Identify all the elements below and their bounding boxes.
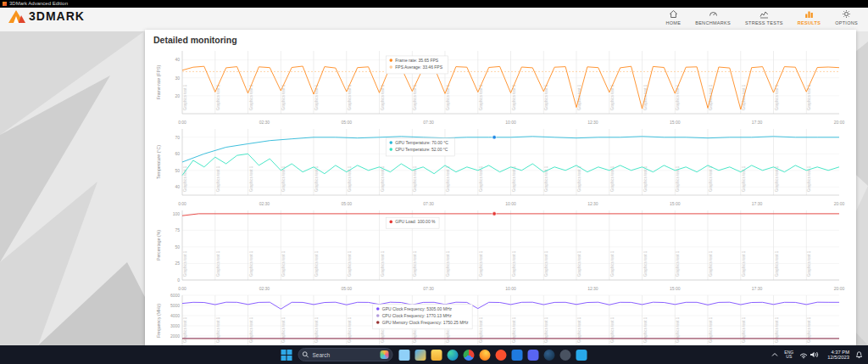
frame-rate-chart[interactable]: 2030400:0002:3005:0007:3010:0012:3015:00…	[153, 48, 848, 126]
language-switcher[interactable]: ENG US	[784, 350, 793, 360]
svg-text:20: 20	[175, 93, 180, 98]
nav-home[interactable]: HOME	[665, 9, 681, 25]
svg-text:0:00: 0:00	[178, 286, 186, 291]
svg-text:07:30: 07:30	[423, 201, 434, 206]
nav-benchmarks[interactable]: BENCHMARKS	[695, 9, 731, 25]
nav-benchmarks-label: BENCHMARKS	[695, 20, 731, 25]
nav-stress-tests[interactable]: STRESS TESTS	[745, 9, 783, 25]
firefox-icon[interactable]	[480, 350, 491, 361]
svg-text:Frequency (MHz): Frequency (MHz)	[156, 304, 161, 338]
svg-text:4000: 4000	[170, 313, 180, 318]
svg-text:25: 25	[175, 260, 180, 266]
svg-text:Graphics test 1: Graphics test 1	[512, 250, 516, 277]
svg-text:Graphics test 1: Graphics test 1	[249, 84, 253, 110]
system-tray: ENG US 4:37 PM 12/5/2023	[771, 345, 863, 364]
svg-text:Graphics test 1: Graphics test 1	[446, 250, 450, 277]
search-label: Search	[313, 352, 331, 358]
svg-text:05:00: 05:00	[342, 286, 353, 291]
svg-text:20:00: 20:00	[834, 201, 845, 206]
svg-text:Graphics test 1: Graphics test 1	[381, 165, 385, 192]
page-title: Detailed monitoring	[153, 35, 848, 45]
nav-results[interactable]: RESULTS	[798, 9, 821, 25]
results-icon	[804, 9, 814, 19]
clock[interactable]: 4:37 PM 12/5/2023	[827, 350, 849, 361]
brave-icon[interactable]	[496, 350, 507, 361]
3dmark-emblem-icon	[8, 10, 25, 23]
svg-text:10:00: 10:00	[505, 120, 516, 125]
file-explorer-icon[interactable]	[431, 350, 442, 361]
search-highlight-icon	[381, 350, 389, 359]
tray-date: 12/5/2023	[827, 355, 849, 361]
svg-text:07:30: 07:30	[423, 120, 434, 125]
svg-text:40: 40	[175, 184, 180, 189]
main-nav: HOME BENCHMARKS STRESS TESTS RESULTS	[665, 9, 858, 25]
home-icon	[669, 9, 678, 19]
notifications-bell-icon[interactable]	[855, 350, 863, 359]
svg-text:Graphics test 1: Graphics test 1	[676, 84, 680, 110]
search-icon	[303, 351, 309, 358]
svg-text:40: 40	[175, 57, 180, 62]
3dmark-logo: 3DMARK	[8, 9, 85, 23]
svg-text:17:30: 17:30	[752, 286, 763, 291]
svg-text:3000: 3000	[170, 323, 180, 328]
svg-text:Graphics test 1: Graphics test 1	[479, 250, 483, 277]
steam-icon[interactable]	[544, 350, 555, 361]
svg-text:Graphics test 1: Graphics test 1	[183, 84, 187, 110]
start-button[interactable]	[281, 350, 292, 361]
svg-text:Graphics test 1: Graphics test 1	[413, 250, 417, 277]
svg-text:Graphics test 1: Graphics test 1	[249, 250, 253, 277]
svg-text:Graphics test 1: Graphics test 1	[314, 250, 319, 277]
temperature-chart[interactable]: 405060700:0002:3005:0007:3010:0012:3015:…	[153, 126, 848, 208]
frequency-chart[interactable]: 200030004000500060000:0002:3005:0007:301…	[153, 293, 848, 345]
svg-text:15:00: 15:00	[670, 286, 681, 291]
svg-text:2000: 2000	[170, 333, 180, 339]
svg-text:30: 30	[175, 76, 180, 81]
svg-text:12:30: 12:30	[587, 120, 598, 125]
window-titlebar: 3DMark Advanced Edition	[0, 0, 868, 8]
svg-text:Frame rate (FPS): Frame rate (FPS)	[156, 65, 161, 100]
svg-text:Graphics test 1: Graphics test 1	[775, 165, 779, 192]
search-box[interactable]: Search	[298, 348, 393, 361]
percentage-chart[interactable]: 02550751000:0002:3005:0007:3010:0012:301…	[153, 208, 848, 293]
svg-text:GPU Load: 100.00 %: GPU Load: 100.00 %	[395, 219, 436, 224]
svg-text:07:30: 07:30	[423, 286, 434, 291]
store-icon[interactable]	[512, 350, 523, 361]
logo-text: 3DMARK	[29, 9, 85, 23]
chrome-icon[interactable]	[464, 350, 475, 361]
svg-text:0:00: 0:00	[178, 120, 186, 125]
svg-text:0: 0	[177, 277, 180, 283]
monitoring-panel: Detailed monitoring 2030400:0002:3005:00…	[145, 30, 856, 345]
svg-text:0:00: 0:00	[178, 201, 186, 206]
svg-text:Graphics test 1: Graphics test 1	[807, 250, 811, 277]
chart-svg: 2030400:0002:3005:0007:3010:0012:3015:00…	[153, 48, 848, 126]
nav-options-label: OPTIONS	[835, 20, 858, 25]
pinned-apps	[399, 350, 587, 361]
svg-text:Graphics test 1: Graphics test 1	[183, 250, 187, 277]
svg-text:Graphics test 1: Graphics test 1	[446, 165, 450, 192]
tray-chevron-icon[interactable]	[771, 352, 778, 357]
svg-text:Graphics test 1: Graphics test 1	[249, 165, 253, 192]
widgets-icon[interactable]	[415, 350, 426, 361]
network-volume-icons[interactable]	[799, 350, 821, 359]
svg-text:05:00: 05:00	[342, 120, 353, 125]
svg-text:GPU Clock Frequency: 5305.00 M: GPU Clock Frequency: 5305.00 MHz	[382, 306, 453, 311]
svg-text:Graphics test 1: Graphics test 1	[742, 250, 746, 277]
svg-text:15:00: 15:00	[670, 120, 681, 125]
svg-text:Graphics test 1: Graphics test 1	[216, 165, 220, 192]
svg-text:CPU Temperature: 52.00 °C: CPU Temperature: 52.00 °C	[395, 147, 448, 152]
svg-text:50: 50	[175, 244, 180, 249]
code-icon[interactable]	[576, 350, 587, 361]
svg-text:17:30: 17:30	[752, 120, 763, 125]
svg-text:5000: 5000	[170, 303, 180, 308]
obs-icon[interactable]	[560, 350, 571, 361]
svg-text:Graphics test 1: Graphics test 1	[216, 250, 220, 277]
discord-icon[interactable]	[528, 350, 539, 361]
svg-text:Graphics test 1: Graphics test 1	[512, 84, 516, 110]
window-title: 3DMark Advanced Edition	[9, 0, 68, 8]
nav-options[interactable]: OPTIONS	[835, 9, 858, 25]
edge-icon[interactable]	[448, 350, 459, 361]
svg-text:10:00: 10:00	[505, 201, 516, 206]
svg-text:100: 100	[173, 211, 181, 216]
nav-home-label: HOME	[665, 20, 681, 25]
task-view-icon[interactable]	[399, 350, 410, 361]
